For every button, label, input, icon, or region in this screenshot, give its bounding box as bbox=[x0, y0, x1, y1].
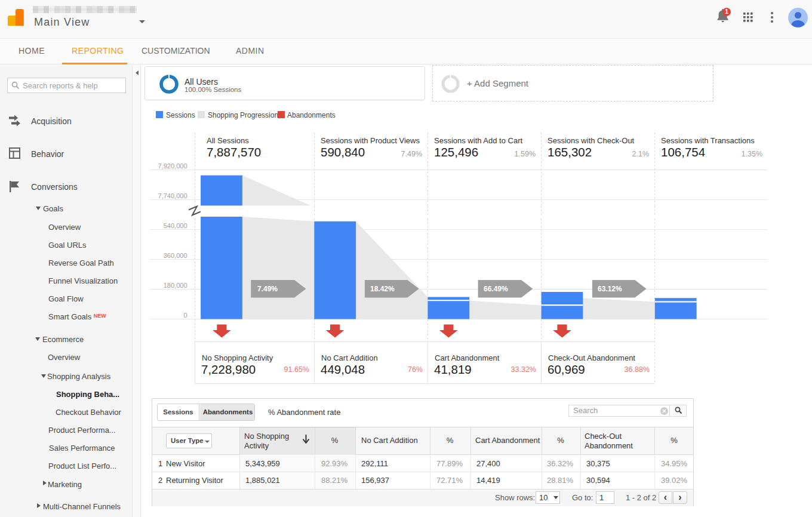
svg-text:Sessions with Transactions: Sessions with Transactions bbox=[661, 136, 755, 145]
svg-text:7,740,000: 7,740,000 bbox=[158, 192, 187, 199]
svg-text:Sessions with Add to Cart: Sessions with Add to Cart bbox=[434, 136, 523, 145]
svg-text:125,496: 125,496 bbox=[434, 145, 478, 159]
svg-text:Sessions with Check-Out: Sessions with Check-Out bbox=[548, 136, 635, 145]
svg-text:7,887,570: 7,887,570 bbox=[207, 145, 261, 159]
svg-text:180,000: 180,000 bbox=[164, 282, 187, 289]
svg-text:66.49%: 66.49% bbox=[484, 285, 508, 293]
svg-text:7,920,000: 7,920,000 bbox=[158, 162, 187, 170]
svg-text:540,000: 540,000 bbox=[164, 222, 187, 229]
svg-text:165,302: 165,302 bbox=[548, 145, 592, 159]
svg-text:590,840: 590,840 bbox=[321, 145, 365, 159]
svg-text:7.49%: 7.49% bbox=[401, 150, 422, 158]
svg-text:Sessions with Product Views: Sessions with Product Views bbox=[321, 136, 420, 145]
svg-text:All Sessions: All Sessions bbox=[207, 136, 249, 145]
svg-text:360,000: 360,000 bbox=[164, 252, 187, 259]
svg-text:2.1%: 2.1% bbox=[632, 150, 650, 158]
svg-text:1.35%: 1.35% bbox=[742, 150, 762, 158]
svg-text:7.49%: 7.49% bbox=[257, 285, 278, 293]
svg-text:0: 0 bbox=[183, 312, 187, 319]
svg-text:18.42%: 18.42% bbox=[370, 285, 395, 293]
svg-text:106,754: 106,754 bbox=[661, 145, 705, 159]
svg-text:1.59%: 1.59% bbox=[515, 150, 536, 158]
svg-text:63.12%: 63.12% bbox=[598, 285, 622, 293]
